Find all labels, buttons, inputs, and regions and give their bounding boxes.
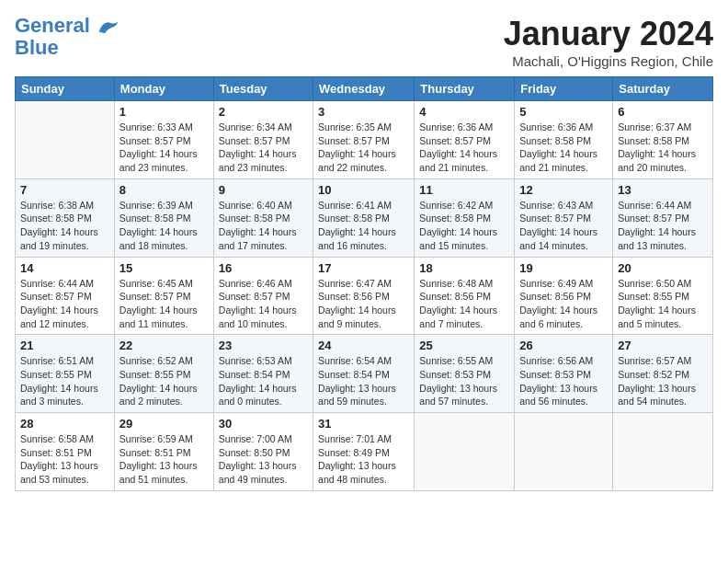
- weekday-header-friday: Friday: [515, 77, 613, 101]
- calendar-cell: 2Sunrise: 6:34 AMSunset: 8:57 PMDaylight…: [213, 101, 313, 179]
- calendar-table: SundayMondayTuesdayWednesdayThursdayFrid…: [15, 76, 713, 491]
- calendar-cell: 28Sunrise: 6:58 AMSunset: 8:51 PMDayligh…: [16, 413, 115, 491]
- day-number: 25: [419, 339, 509, 352]
- day-number: 21: [20, 339, 109, 352]
- calendar-cell: 9Sunrise: 6:40 AMSunset: 8:58 PMDaylight…: [213, 178, 313, 257]
- calendar-cell: 10Sunrise: 6:41 AMSunset: 8:58 PMDayligh…: [313, 178, 415, 257]
- calendar-cell: 12Sunrise: 6:43 AMSunset: 8:57 PMDayligh…: [515, 178, 613, 257]
- day-number: 16: [219, 261, 308, 275]
- title-block: January 2024 Machali, O'Higgins Region, …: [504, 15, 713, 69]
- day-info: Sunrise: 6:35 AMSunset: 8:57 PMDaylight:…: [318, 121, 409, 175]
- calendar-cell: [415, 413, 515, 491]
- calendar-cell: 17Sunrise: 6:47 AMSunset: 8:56 PMDayligh…: [313, 257, 415, 335]
- day-info: Sunrise: 6:37 AMSunset: 8:58 PMDaylight:…: [618, 121, 708, 175]
- calendar-cell: 16Sunrise: 6:46 AMSunset: 8:57 PMDayligh…: [213, 257, 313, 335]
- day-info: Sunrise: 6:43 AMSunset: 8:57 PMDaylight:…: [519, 199, 608, 253]
- day-number: 11: [419, 183, 509, 197]
- calendar-cell: 27Sunrise: 6:57 AMSunset: 8:52 PMDayligh…: [613, 335, 713, 413]
- calendar-cell: 3Sunrise: 6:35 AMSunset: 8:57 PMDaylight…: [313, 101, 415, 179]
- weekday-header-thursday: Thursday: [415, 77, 515, 101]
- day-info: Sunrise: 6:34 AMSunset: 8:57 PMDaylight:…: [219, 121, 308, 175]
- weekday-header-saturday: Saturday: [613, 77, 713, 101]
- calendar-cell: 31Sunrise: 7:01 AMSunset: 8:49 PMDayligh…: [313, 413, 415, 491]
- day-number: 4: [419, 105, 509, 119]
- day-info: Sunrise: 6:53 AMSunset: 8:54 PMDaylight:…: [219, 354, 308, 408]
- calendar-cell: 14Sunrise: 6:44 AMSunset: 8:57 PMDayligh…: [16, 257, 115, 335]
- day-info: Sunrise: 6:47 AMSunset: 8:56 PMDaylight:…: [318, 277, 409, 331]
- calendar-cell: 7Sunrise: 6:38 AMSunset: 8:58 PMDaylight…: [16, 178, 115, 257]
- calendar-cell: 22Sunrise: 6:52 AMSunset: 8:55 PMDayligh…: [114, 335, 213, 413]
- day-number: 26: [519, 339, 608, 352]
- calendar-cell: 8Sunrise: 6:39 AMSunset: 8:58 PMDaylight…: [114, 178, 213, 257]
- day-number: 17: [318, 261, 409, 275]
- weekday-header-row: SundayMondayTuesdayWednesdayThursdayFrid…: [16, 77, 713, 101]
- day-info: Sunrise: 6:40 AMSunset: 8:58 PMDaylight:…: [219, 199, 308, 253]
- day-info: Sunrise: 6:39 AMSunset: 8:58 PMDaylight:…: [119, 199, 209, 253]
- day-info: Sunrise: 6:56 AMSunset: 8:53 PMDaylight:…: [519, 354, 608, 408]
- day-number: 24: [318, 339, 409, 352]
- day-number: 5: [519, 105, 608, 119]
- day-info: Sunrise: 7:01 AMSunset: 8:49 PMDaylight:…: [318, 432, 409, 487]
- calendar-cell: 18Sunrise: 6:48 AMSunset: 8:56 PMDayligh…: [415, 257, 515, 335]
- calendar-cell: 13Sunrise: 6:44 AMSunset: 8:57 PMDayligh…: [613, 178, 713, 257]
- calendar-cell: 20Sunrise: 6:50 AMSunset: 8:55 PMDayligh…: [613, 257, 713, 335]
- day-info: Sunrise: 6:55 AMSunset: 8:53 PMDaylight:…: [419, 354, 509, 408]
- day-number: 31: [318, 417, 409, 431]
- calendar-cell: 4Sunrise: 6:36 AMSunset: 8:57 PMDaylight…: [415, 101, 515, 179]
- day-number: 22: [119, 339, 209, 352]
- day-info: Sunrise: 6:45 AMSunset: 8:57 PMDaylight:…: [119, 277, 209, 331]
- weekday-header-wednesday: Wednesday: [313, 77, 415, 101]
- day-number: 2: [219, 105, 308, 119]
- weekday-header-tuesday: Tuesday: [213, 77, 313, 101]
- page-header: General Blue January 2024 Machali, O'Hig…: [15, 15, 713, 69]
- day-number: 23: [219, 339, 308, 352]
- calendar-cell: 5Sunrise: 6:36 AMSunset: 8:58 PMDaylight…: [515, 101, 613, 179]
- day-number: 28: [20, 417, 109, 431]
- calendar-cell: 29Sunrise: 6:59 AMSunset: 8:51 PMDayligh…: [114, 413, 213, 491]
- day-info: Sunrise: 6:50 AMSunset: 8:55 PMDaylight:…: [618, 277, 708, 331]
- logo-blue-text: Blue: [15, 37, 119, 59]
- day-info: Sunrise: 6:59 AMSunset: 8:51 PMDaylight:…: [119, 432, 209, 487]
- day-number: 30: [219, 417, 308, 431]
- day-number: 7: [20, 183, 109, 197]
- day-number: 12: [519, 183, 608, 197]
- day-number: 8: [119, 183, 209, 197]
- calendar-cell: [515, 413, 613, 491]
- day-number: 29: [119, 417, 209, 431]
- day-number: 10: [318, 183, 409, 197]
- day-info: Sunrise: 6:49 AMSunset: 8:56 PMDaylight:…: [519, 277, 608, 331]
- calendar-cell: 30Sunrise: 7:00 AMSunset: 8:50 PMDayligh…: [213, 413, 313, 491]
- calendar-week-row: 21Sunrise: 6:51 AMSunset: 8:55 PMDayligh…: [16, 335, 713, 413]
- day-info: Sunrise: 6:36 AMSunset: 8:58 PMDaylight:…: [519, 121, 608, 175]
- calendar-cell: 21Sunrise: 6:51 AMSunset: 8:55 PMDayligh…: [16, 335, 115, 413]
- calendar-cell: 19Sunrise: 6:49 AMSunset: 8:56 PMDayligh…: [515, 257, 613, 335]
- calendar-cell: 25Sunrise: 6:55 AMSunset: 8:53 PMDayligh…: [415, 335, 515, 413]
- calendar-week-row: 14Sunrise: 6:44 AMSunset: 8:57 PMDayligh…: [16, 257, 713, 335]
- calendar-title: January 2024: [504, 15, 713, 53]
- logo-text: General: [15, 15, 119, 37]
- day-info: Sunrise: 6:41 AMSunset: 8:58 PMDaylight:…: [318, 199, 409, 253]
- day-info: Sunrise: 6:44 AMSunset: 8:57 PMDaylight:…: [618, 199, 708, 253]
- day-info: Sunrise: 6:57 AMSunset: 8:52 PMDaylight:…: [618, 354, 708, 408]
- day-info: Sunrise: 6:36 AMSunset: 8:57 PMDaylight:…: [419, 121, 509, 175]
- calendar-cell: [613, 413, 713, 491]
- day-number: 27: [618, 339, 708, 352]
- day-info: Sunrise: 6:42 AMSunset: 8:58 PMDaylight:…: [419, 199, 509, 253]
- calendar-cell: 23Sunrise: 6:53 AMSunset: 8:54 PMDayligh…: [213, 335, 313, 413]
- day-info: Sunrise: 6:58 AMSunset: 8:51 PMDaylight:…: [20, 432, 109, 487]
- day-number: 18: [419, 261, 509, 275]
- calendar-cell: 6Sunrise: 6:37 AMSunset: 8:58 PMDaylight…: [613, 101, 713, 179]
- day-number: 15: [119, 261, 209, 275]
- weekday-header-sunday: Sunday: [16, 77, 115, 101]
- day-number: 14: [20, 261, 109, 275]
- weekday-header-monday: Monday: [114, 77, 213, 101]
- calendar-week-row: 1Sunrise: 6:33 AMSunset: 8:57 PMDaylight…: [16, 101, 713, 179]
- calendar-week-row: 7Sunrise: 6:38 AMSunset: 8:58 PMDaylight…: [16, 178, 713, 257]
- day-number: 19: [519, 261, 608, 275]
- logo: General Blue: [15, 15, 119, 59]
- day-info: Sunrise: 6:48 AMSunset: 8:56 PMDaylight:…: [419, 277, 509, 331]
- day-info: Sunrise: 6:38 AMSunset: 8:58 PMDaylight:…: [20, 199, 109, 253]
- day-info: Sunrise: 6:51 AMSunset: 8:55 PMDaylight:…: [20, 354, 109, 408]
- day-number: 13: [618, 183, 708, 197]
- day-info: Sunrise: 6:46 AMSunset: 8:57 PMDaylight:…: [219, 277, 308, 331]
